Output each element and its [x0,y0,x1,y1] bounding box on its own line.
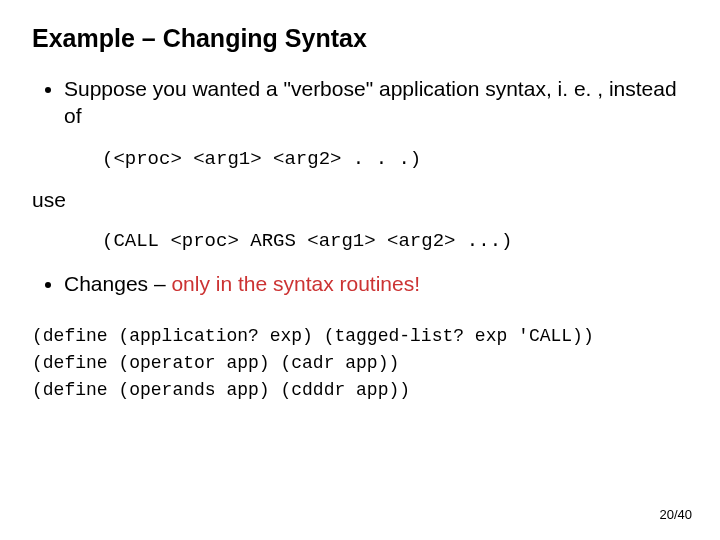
slide-title: Example – Changing Syntax [32,24,688,53]
bullet-list-1: Suppose you wanted a "verbose" applicati… [40,75,688,130]
bullet-suppose: Suppose you wanted a "verbose" applicati… [64,75,688,130]
bullet-changes-accent: only in the syntax routines! [171,272,420,295]
page-number: 20/40 [659,507,692,522]
bullet-changes: Changes – only in the syntax routines! [64,270,688,297]
code-defines: (define (application? exp) (tagged-list?… [32,323,688,404]
slide: Example – Changing Syntax Suppose you wa… [0,0,720,540]
bullet-list-2: Changes – only in the syntax routines! [40,270,688,297]
use-label: use [32,188,688,212]
code-old-syntax: (<proc> <arg1> <arg2> . . .) [102,148,688,170]
bullet-changes-pre: Changes – [64,272,171,295]
code-new-syntax: (CALL <proc> ARGS <arg1> <arg2> ...) [102,230,688,252]
